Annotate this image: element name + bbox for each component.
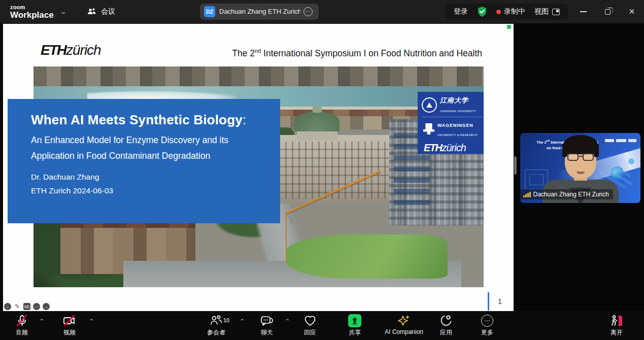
presenter-name: Dr. Dachuan Zhang [31,173,99,182]
jiangnan-logo-row: 江南大学 JIANGNAN UNIVERSITY [422,95,483,114]
avatar: DZ [204,6,215,17]
participants-options-chevron[interactable]: ⌃ [239,318,246,324]
more-ellipsis-icon: ⋯ [481,315,493,327]
view-button[interactable]: 视图 [534,7,560,16]
photo-dome-cupola [313,106,322,113]
apps-icon [439,314,453,327]
microphone-muted-icon [15,314,28,327]
share-button[interactable]: 共享 [348,314,361,337]
shield-check-icon[interactable] [477,6,487,17]
slide-heading-colon: : [243,112,246,127]
annotation-more-button[interactable]: ⋯ [33,303,40,310]
glasses-left-lens [567,153,579,161]
share-screen-icon [348,314,361,327]
audio-button[interactable]: 音频 [15,314,28,337]
participants-icon [210,315,223,327]
record-dot-icon [496,10,501,14]
video-options-chevron[interactable]: ⌃ [88,318,95,324]
chat-icon [260,314,274,327]
meeting-label: 会议 [101,7,115,16]
audio-options-chevron[interactable]: ⌃ [39,318,45,324]
apps-button[interactable]: 应用 [439,314,453,337]
more-label: 更多 [481,328,493,337]
jiangnan-name-cn: 江南大学 [440,96,468,104]
logo-divider [422,117,483,117]
closed-captions-button[interactable]: CC [23,303,30,310]
chat-label: 聊天 [261,328,273,337]
titlebar-right-cluster: 登录 录制中 视图 [446,4,568,20]
video-label: 视频 [63,328,76,337]
leave-button[interactable]: 离开 [609,314,624,337]
annotation-forward-button[interactable]: → [43,303,50,310]
slide-heading: When AI Meets Synthetic Biology: [31,112,246,128]
shared-slide: ETHzürich The 2nd International Symposiu… [3,24,514,311]
leave-label: 离开 [611,328,623,337]
signin-button[interactable]: 登录 [454,7,468,16]
slide-subtitle-line2: Application in Food Contaminant Degradat… [31,151,210,161]
close-button[interactable]: ✕ [620,0,644,23]
chat-options-chevron[interactable]: ⌃ [284,318,291,324]
shared-screen-tab-title: Dachuan Zhang ETH Zurich的屏幕 [219,7,300,16]
annotation-back-button[interactable]: ← [4,303,11,310]
eth-logo-white: ETHzürich [424,142,483,154]
glasses-right-lens [583,153,594,161]
annotation-pencil-button[interactable]: ✎ [14,303,21,310]
eth-white-bold: ETH [424,142,442,153]
restore-button[interactable] [595,0,620,23]
speaker-mouth [577,172,585,174]
main-content: ETHzürich The 2nd International Symposiu… [0,23,644,311]
speaker-hair [563,135,598,154]
audio-level-icon [523,192,531,197]
view-layout-icon [552,9,560,15]
page-number: 1 [498,297,502,305]
participants-count: 10 [223,317,229,323]
zoom-app-window: zoom Workplace ⌄ 会议 DZ Dachuan Zhang ETH… [0,0,644,340]
glasses-bridge [579,156,583,157]
eth-white-light: zürich [442,142,466,153]
photo-crane-mast [286,212,287,261]
chevron-down-icon[interactable]: ⌄ [59,9,67,15]
share-label: 共享 [349,328,361,337]
slide-subtitle-line1: An Enhanced Model for Enzyme Discovery a… [31,135,228,146]
symposium-title-pre: The 2 [232,48,255,58]
scroll-indicator[interactable] [488,292,489,311]
annotation-toolbar: ← ✎ CC ⋯ → [4,303,50,310]
speaker-video-thumbnail[interactable]: The 2nd International Symposium Ⅰ on foo… [520,133,640,203]
titlebar: zoom Workplace ⌄ 会议 DZ Dachuan Zhang ETH… [0,0,644,23]
symposium-title: The 2nd International Symposium I on Foo… [3,48,482,59]
annotation-status-dot [507,25,511,29]
ai-sparkle-icon [397,314,411,327]
more-button[interactable]: ⋯ 更多 [481,314,493,337]
people-icon [87,8,97,16]
shared-screen-tab[interactable]: DZ Dachuan Zhang ETH Zurich的屏幕 ⋯ [200,4,319,20]
minimize-button[interactable] [571,0,595,23]
speaker-glasses [566,153,595,161]
tab-more-icon[interactable]: ⋯ [303,7,313,16]
leave-meeting-icon [609,314,624,327]
participants-button[interactable]: 参会者 [207,314,225,337]
restore-icon [605,9,611,15]
reactions-label: 回应 [304,328,316,337]
recording-indicator[interactable]: 录制中 [496,7,525,16]
wageningen-subtitle: UNIVERSITY & RESEARCH [437,133,478,137]
video-button[interactable]: 视频 [62,314,77,337]
symposium-title-post: International Symposium I on Food Nutrit… [261,48,482,58]
university-logo-panel: 江南大学 JIANGNAN UNIVERSITY WAGENINGEN UNIV… [418,92,484,154]
minimize-icon [580,11,587,12]
zoom-workplace-logo: zoom Workplace [10,5,54,19]
chat-button[interactable]: 聊天 [260,314,274,337]
meeting-tab[interactable]: 会议 [87,7,115,16]
slide-title-box: When AI Meets Synthetic Biology: An Enha… [8,99,280,223]
wageningen-mark-icon [423,123,434,134]
symposium-title-sup: nd [255,48,261,54]
thumbnail-collapse-handle[interactable] [514,156,517,175]
camera-off-icon [62,314,77,327]
video-panel: The 2nd International Symposium Ⅰ on foo… [514,23,644,311]
wageningen-logo-row: WAGENINGEN UNIVERSITY & RESEARCH [422,120,483,138]
reactions-button[interactable]: 回应 [303,314,317,337]
meeting-toolbar: 音频 ⌃ 视频 ⌃ 参会者 10 ⌃ 聊天 ⌃ [0,311,644,340]
view-label: 视图 [534,7,549,16]
brand-zoom: zoom [10,5,54,10]
recording-label: 录制中 [504,7,525,16]
ai-companion-button[interactable]: AI Companion [385,314,423,335]
